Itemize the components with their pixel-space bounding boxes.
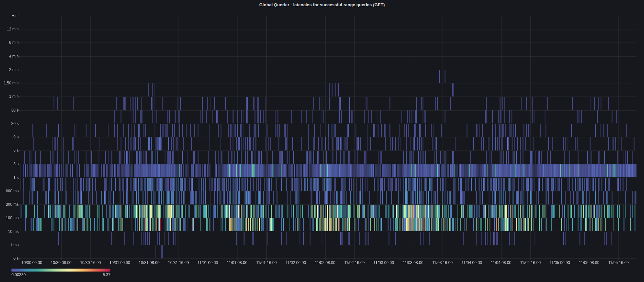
color-scale-legend: 0.00339 5.37 xyxy=(11,269,110,278)
y-axis-tick-label: 6 min xyxy=(0,40,19,45)
x-axis-tick-label: 11/05 16:00 xyxy=(599,260,638,265)
y-axis-tick-label: 3 s xyxy=(0,162,19,166)
y-axis-tick-label: 9 s xyxy=(0,135,19,139)
y-axis-tick-label: 600 ms xyxy=(0,189,19,193)
legend-max-value: 5.37 xyxy=(103,273,110,277)
y-axis-tick-label: 1 min xyxy=(0,94,19,99)
y-axis-tick-label: 6 s xyxy=(0,148,19,153)
y-axis-tick-label: 0 s xyxy=(0,256,19,261)
y-axis-tick-label: 4 min xyxy=(0,54,19,59)
y-axis-tick-label: 1 s xyxy=(0,175,19,180)
y-axis-tick-label: +Inf xyxy=(0,13,19,18)
y-axis-tick-label: 300 ms xyxy=(0,202,19,207)
heatmap-canvas[interactable] xyxy=(0,0,644,282)
y-axis-tick-label: 1 ms xyxy=(0,243,19,247)
grafana-heatmap-panel: Global Querier - latencies for successfu… xyxy=(0,0,644,282)
y-axis-tick-label: 2 min xyxy=(0,67,19,72)
y-axis-tick-label: 1.50 min xyxy=(0,81,19,85)
legend-min-value: 0.00339 xyxy=(11,273,26,277)
color-gradient-bar xyxy=(11,269,110,272)
y-axis-tick-label: 12 min xyxy=(0,27,19,31)
y-axis-tick-label: 30 s xyxy=(0,108,19,113)
y-axis-tick-label: 10 ms xyxy=(0,229,19,234)
y-axis-tick-label: 20 s xyxy=(0,121,19,126)
y-axis-tick-label: 100 ms xyxy=(0,216,19,220)
